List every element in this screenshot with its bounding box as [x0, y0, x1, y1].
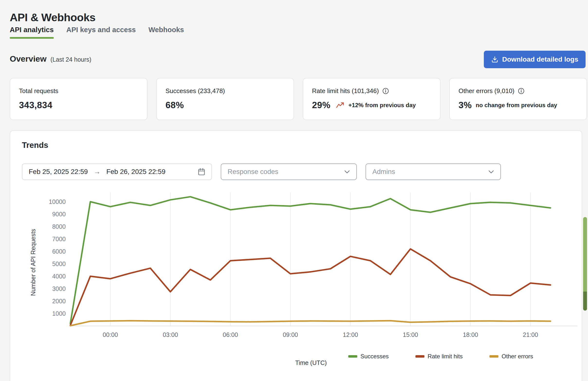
card-total-requests: Total requests 343,834	[10, 78, 147, 120]
admins-placeholder: Admins	[372, 168, 395, 176]
legend-item-successes: Successes	[348, 353, 389, 360]
overview-cards: Total requests 343,834 Successes (233,47…	[10, 78, 587, 120]
download-detailed-logs-button[interactable]: Download detailed logs	[484, 51, 586, 68]
calendar-icon	[198, 168, 205, 176]
chevron-down-icon	[488, 170, 494, 174]
y-tick-label: 7000	[52, 236, 66, 242]
card-value: 29%	[312, 100, 331, 110]
series-line-successes	[70, 197, 550, 323]
legend-label: Other errors	[502, 353, 533, 360]
page-title: API & Webhooks	[10, 11, 95, 24]
y-tick-label: 8000	[52, 223, 66, 230]
scrollbar-thumb-light[interactable]	[583, 217, 587, 291]
x-tick-label: 09:00	[283, 331, 298, 338]
download-button-label: Download detailed logs	[502, 56, 578, 63]
overview-title: Overview	[10, 54, 46, 64]
card-value: 68%	[166, 100, 184, 110]
x-tick-label: 12:00	[343, 331, 358, 338]
page-scrollbar[interactable]	[583, 217, 587, 311]
y-axis-title: Number of API Requests	[30, 229, 37, 296]
series-line-other-errors	[70, 321, 550, 326]
y-tick-label: 4000	[52, 273, 66, 280]
x-tick-label: 00:00	[103, 331, 118, 338]
y-tick-label: 9000	[52, 211, 66, 218]
y-tick-label: 6000	[52, 248, 66, 255]
x-tick-label: 18:00	[463, 331, 478, 338]
date-range-start: Feb 25, 2025 22:59	[29, 168, 88, 176]
admins-select[interactable]: Admins	[366, 163, 501, 180]
y-tick-label: 10000	[49, 198, 66, 205]
tabs: API analytics API keys and access Webhoo…	[10, 26, 184, 39]
legend-item-rate-limit-hits: Rate limit hits	[416, 353, 463, 360]
card-delta: no change from previous day	[476, 102, 557, 109]
overview-heading: Overview (Last 24 hours)	[10, 54, 91, 64]
info-icon[interactable]	[518, 88, 525, 94]
card-label: Other errors (9,010)	[459, 87, 514, 95]
date-range-end: Feb 26, 2025 22:59	[106, 168, 166, 176]
card-label: Total requests	[19, 87, 138, 95]
legend-swatch-other-errors	[489, 355, 498, 358]
y-tick-label: 1000	[52, 310, 66, 317]
trends-card: Trends Feb 25, 2025 22:59 → Feb 26, 2025…	[10, 130, 582, 381]
legend-label: Rate limit hits	[428, 353, 463, 360]
card-value: 343,834	[19, 100, 52, 110]
card-value: 3%	[459, 100, 472, 110]
trend-up-icon	[336, 102, 345, 109]
trends-controls: Feb 25, 2025 22:59 → Feb 26, 2025 22:59 …	[22, 163, 501, 180]
download-icon	[491, 56, 498, 63]
legend-swatch-rate-limit-hits	[416, 355, 424, 358]
series-line-rate-limit-hits	[70, 249, 550, 325]
tab-api-keys-and-access[interactable]: API keys and access	[66, 26, 136, 39]
arrow-right-icon: →	[94, 168, 101, 176]
legend-label: Successes	[360, 353, 389, 360]
y-tick-label: 5000	[52, 260, 66, 267]
scrollbar-thumb-dark[interactable]	[583, 291, 587, 311]
card-label: Rate limit hits (101,346)	[312, 87, 379, 95]
card-other-errors: Other errors (9,010) 3% no change from p…	[449, 78, 587, 120]
legend-swatch-successes	[348, 355, 357, 358]
y-tick-label: 3000	[52, 285, 66, 292]
card-successes: Successes (233,478) 68%	[156, 78, 294, 120]
chart-legend: Successes Rate limit hits Other errors	[348, 353, 533, 360]
trends-title: Trends	[22, 141, 48, 150]
response-codes-select[interactable]: Response codes	[221, 163, 357, 180]
tab-api-analytics[interactable]: API analytics	[10, 26, 54, 39]
trends-chart: 1000200030004000500060007000800090001000…	[10, 190, 583, 351]
overview-subtitle: (Last 24 hours)	[50, 56, 91, 63]
card-rate-limit-hits: Rate limit hits (101,346) 29% +12% from …	[303, 78, 441, 120]
x-tick-label: 21:00	[523, 331, 538, 338]
info-icon[interactable]	[382, 88, 389, 94]
x-tick-label: 15:00	[403, 331, 418, 338]
card-label: Successes (233,478)	[166, 87, 285, 95]
tab-webhooks[interactable]: Webhooks	[148, 26, 184, 39]
x-axis-title: Time (UTC)	[295, 359, 327, 366]
legend-item-other-errors: Other errors	[489, 353, 533, 360]
x-tick-label: 03:00	[163, 331, 178, 338]
response-codes-placeholder: Response codes	[228, 168, 278, 176]
x-tick-label: 06:00	[223, 331, 238, 338]
chevron-down-icon	[344, 170, 350, 174]
card-delta: +12% from previous day	[349, 102, 416, 109]
date-range-picker[interactable]: Feb 25, 2025 22:59 → Feb 26, 2025 22:59	[22, 163, 212, 180]
y-tick-label: 2000	[52, 298, 66, 305]
